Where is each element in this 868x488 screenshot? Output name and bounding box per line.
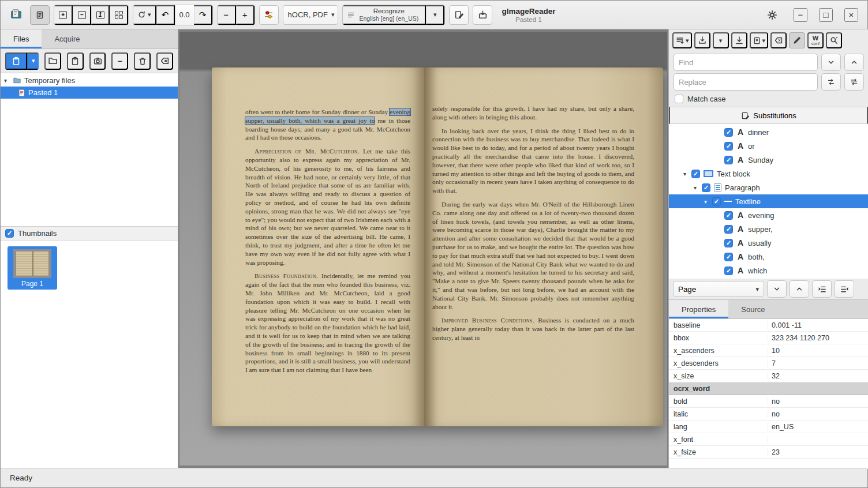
item-checkbox[interactable]: ✓: [691, 170, 700, 178]
app-title: gImageReader: [502, 7, 555, 16]
clipboard-button[interactable]: [67, 52, 84, 70]
thumbnails-checkbox[interactable]: ✓: [5, 229, 14, 238]
replace-button[interactable]: [821, 73, 841, 91]
settings-button[interactable]: [762, 5, 782, 25]
item-checkbox[interactable]: ✓: [712, 197, 721, 206]
scanned-image[interactable]: often went to their home for Sunday dinn…: [179, 32, 667, 466]
item-label: supper,: [748, 225, 773, 234]
item-checkbox[interactable]: ✓: [724, 211, 733, 220]
maximize-button[interactable]: □: [819, 8, 833, 22]
prev-item-button[interactable]: [790, 280, 809, 298]
item-checkbox[interactable]: ✓: [724, 128, 733, 137]
close-button[interactable]: ×: [844, 8, 858, 22]
item-checkbox[interactable]: ✓: [724, 225, 733, 234]
paste-image-button[interactable]: [5, 52, 27, 70]
next-item-button[interactable]: [767, 280, 787, 298]
word-tree-item[interactable]: ✓ A which: [669, 264, 868, 277]
word-tree-item[interactable]: ✓ A usually: [669, 236, 868, 250]
caret-down-icon: ▾: [32, 58, 35, 64]
open-hocr-button[interactable]: ▾: [672, 32, 692, 48]
zoom-in-button[interactable]: +: [54, 5, 73, 25]
word-icon: A: [736, 155, 744, 164]
expander-icon[interactable]: ▾: [702, 198, 709, 205]
page-select[interactable]: Page ▾: [673, 281, 764, 297]
save-hocr-button[interactable]: [694, 32, 710, 48]
collapse-all-button[interactable]: [835, 280, 854, 298]
expander-icon[interactable]: ▾: [692, 185, 698, 191]
word-tree-item-textline[interactable]: ▾ ✓ Textline: [669, 194, 868, 208]
item-checkbox[interactable]: ✓: [702, 183, 710, 192]
close-icon: ×: [849, 10, 854, 20]
rotate-mode-button[interactable]: ▾: [133, 5, 156, 25]
rotate-left-button[interactable]: ↶: [156, 5, 175, 25]
find-input[interactable]: [674, 54, 818, 71]
remove-source-button[interactable]: −: [111, 52, 128, 70]
item-label: or: [748, 142, 755, 151]
image-viewer[interactable]: often went to their home for Sunday dinn…: [178, 29, 668, 469]
word-icon: A: [736, 141, 744, 151]
word-tree-item[interactable]: ✓ A or: [669, 139, 868, 153]
item-checkbox[interactable]: ✓: [724, 156, 733, 164]
tab-properties[interactable]: Properties: [669, 300, 728, 318]
recognize-language-dropdown[interactable]: ▾: [426, 5, 444, 25]
save-dropdown-button[interactable]: ▾: [713, 32, 729, 48]
item-checkbox[interactable]: ✓: [724, 253, 733, 261]
zoom-out-button[interactable]: −: [73, 5, 91, 25]
decrease-button[interactable]: −: [218, 5, 236, 25]
replace-input[interactable]: [674, 73, 818, 91]
recognize-label: Recognize: [373, 7, 405, 15]
import-button[interactable]: [731, 32, 747, 48]
rotate-right-button[interactable]: ↷: [194, 5, 212, 25]
increase-button[interactable]: +: [236, 5, 255, 25]
word-tree-item[interactable]: ✓ A evening: [669, 208, 868, 222]
edit-image-button[interactable]: [449, 5, 469, 25]
item-checkbox[interactable]: ✓: [724, 266, 733, 275]
item-label: usually: [748, 239, 771, 247]
word-tree-item[interactable]: ✓ A both,: [669, 250, 868, 264]
caret-down-icon: ▾: [719, 37, 723, 44]
clear-sources-button[interactable]: [156, 52, 173, 70]
zoom-fit-button[interactable]: [110, 5, 128, 25]
zoom-original-button[interactable]: 1: [91, 5, 110, 25]
expander-icon[interactable]: ▾: [682, 171, 688, 177]
minimize-button[interactable]: −: [794, 8, 807, 22]
screenshot-button[interactable]: [89, 52, 106, 70]
delete-source-button[interactable]: [134, 52, 151, 70]
replace-all-button[interactable]: [844, 73, 864, 91]
property-row: italicno: [669, 408, 868, 421]
word-tree-item[interactable]: ✓ A Sunday: [669, 153, 868, 167]
ocr-mode-select[interactable]: hOCR, PDF ▾: [283, 5, 339, 25]
paste-dropdown-button[interactable]: ▾: [27, 52, 39, 70]
substitutions-button[interactable]: Substitutions: [669, 107, 868, 124]
expander-icon[interactable]: ▾: [4, 77, 10, 84]
thumbnail-page-1[interactable]: Page 1: [8, 246, 57, 290]
output-pane-button[interactable]: [473, 5, 492, 25]
highlight-mode-toggle[interactable]: [789, 32, 805, 48]
preview-search-button[interactable]: [826, 32, 842, 48]
item-checkbox[interactable]: ✓: [724, 142, 733, 151]
rotation-angle-value[interactable]: 0.0: [175, 5, 194, 25]
word-confidence-button[interactable]: W conf: [807, 32, 824, 48]
tab-files[interactable]: Files: [1, 29, 42, 48]
tab-source[interactable]: Source: [728, 300, 777, 318]
word-tree-item-text-block[interactable]: ▾ ✓ Text block: [669, 167, 868, 181]
item-label: Paragraph: [725, 183, 760, 192]
export-document-button[interactable]: ▾: [750, 32, 769, 48]
tab-acquire[interactable]: Acquire: [42, 29, 92, 48]
camera-icon: [93, 56, 103, 66]
find-next-button[interactable]: [821, 54, 841, 71]
recognize-button[interactable]: Recognize English [eng] (en_US): [343, 5, 426, 25]
word-tree-item[interactable]: ✓ A supper,: [669, 222, 868, 236]
item-checkbox[interactable]: ✓: [724, 239, 733, 247]
image-controls-button[interactable]: [259, 5, 279, 25]
find-prev-button[interactable]: [844, 54, 864, 71]
open-files-button[interactable]: [44, 52, 61, 70]
word-tree-item-paragraph[interactable]: ▾ ✓ Paragraph: [669, 181, 868, 194]
match-case-checkbox[interactable]: ✓: [675, 95, 683, 103]
paste-button[interactable]: [30, 5, 50, 25]
clear-hocr-button[interactable]: [770, 32, 787, 48]
expand-all-button[interactable]: [812, 280, 832, 298]
tree-item-pasted-1[interactable]: Pasted 1: [1, 87, 178, 99]
tree-item-temporary-files[interactable]: ▾ Temporary files: [1, 74, 178, 87]
word-tree-item[interactable]: ✓ A dinner: [669, 125, 868, 139]
